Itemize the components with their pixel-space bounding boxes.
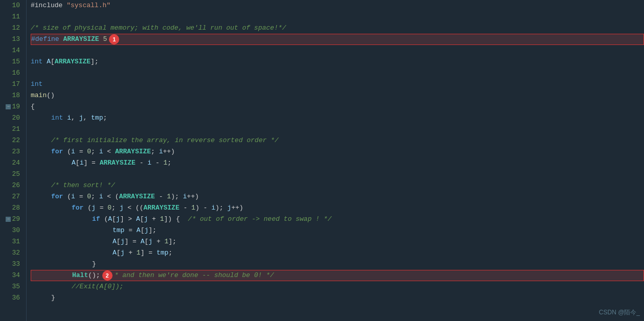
code-line-22: /* first initialize the array, in revers…	[31, 135, 644, 146]
ln-27: 27	[0, 191, 20, 202]
code-text: /* size of physical memory; with code, w…	[31, 22, 286, 34]
ln-29: −29	[0, 214, 20, 225]
ln-18: 18	[0, 90, 20, 101]
code-text: #define	[31, 34, 63, 45]
code-line-35: //Exit(A[0]);	[31, 281, 644, 292]
ln-10: 10	[0, 0, 20, 11]
ln-32: 32	[0, 247, 20, 259]
ln-31: 31	[0, 236, 20, 247]
ln-13: 13	[0, 34, 20, 45]
ln-16: 16	[0, 67, 20, 79]
ln-28: 28	[0, 202, 20, 214]
ln-22: 22	[0, 135, 20, 146]
ln-24: 24	[0, 157, 20, 169]
code-line-18: main()	[31, 90, 644, 101]
ln-15: 15	[0, 56, 20, 67]
code-line-33: }	[31, 259, 644, 270]
code-line-31: A[j] = A[j + 1];	[31, 236, 644, 247]
code-area: #include "syscall.h" /* size of physical…	[27, 0, 644, 321]
collapse-icon-19[interactable]: −	[6, 104, 11, 109]
code-line-17: int	[31, 79, 644, 90]
badge-2: 2	[102, 270, 113, 281]
code-line-27: for (i = 0; i < (ARRAYSIZE - 1); i++)	[31, 191, 644, 202]
collapse-icon-29[interactable]: −	[6, 217, 11, 222]
ln-33: 33	[0, 259, 20, 270]
code-line-23: for (i = 0; i < ARRAYSIZE; i++)	[31, 146, 644, 157]
code-line-21	[31, 124, 644, 135]
code-line-30: tmp = A[j];	[31, 225, 644, 236]
code-line-14	[31, 45, 644, 56]
ln-12: 12	[0, 22, 20, 34]
code-line-24: A[i] = ARRAYSIZE - i - 1;	[31, 157, 644, 169]
code-line-36: }	[31, 292, 644, 304]
badge-1: 1	[109, 34, 119, 44]
code-line-15: int A[ARRAYSIZE];	[31, 56, 644, 67]
code-line-29: if (A[j] > A[j + 1]) { /* out of order -…	[31, 214, 644, 225]
ln-25: 25	[0, 169, 20, 180]
ln-34: 34	[0, 270, 20, 281]
ln-17: 17	[0, 79, 20, 90]
code-line-10: #include "syscall.h"	[31, 0, 644, 11]
line-numbers: 10 11 12 13 14 15 16 17 18 −19 20 21 22 …	[0, 0, 27, 321]
ln-23: 23	[0, 146, 20, 157]
code-line-12: /* size of physical memory; with code, w…	[31, 22, 644, 34]
watermark: CSDN @陌今_	[599, 308, 640, 317]
ln-21: 21	[0, 124, 20, 135]
code-line-26: /* then sort! */	[31, 180, 644, 191]
ln-19: −19	[0, 101, 20, 112]
ln-30: 30	[0, 225, 20, 236]
code-editor: 10 11 12 13 14 15 16 17 18 −19 20 21 22 …	[0, 0, 644, 321]
code-line-28: for (j = 0; j < ((ARRAYSIZE - 1) - i); j…	[31, 202, 644, 214]
code-text: #include "syscall.h"	[31, 0, 110, 11]
code-line-11	[31, 11, 644, 22]
ln-26: 26	[0, 180, 20, 191]
code-line-20: int i, j, tmp;	[31, 112, 644, 124]
ln-11: 11	[0, 11, 20, 22]
ln-20: 20	[0, 112, 20, 124]
code-line-16	[31, 67, 644, 79]
ln-35: 35	[0, 281, 20, 292]
code-line-34: Halt(); 2 * and then we're done -- shoul…	[31, 270, 644, 281]
code-line-13: #define ARRAYSIZE 5 1	[31, 34, 644, 45]
code-line-19: {	[31, 101, 644, 112]
ln-36: 36	[0, 292, 20, 304]
ln-14: 14	[0, 45, 20, 56]
code-line-25	[31, 169, 644, 180]
code-line-32: A[j + 1] = tmp;	[31, 247, 644, 259]
